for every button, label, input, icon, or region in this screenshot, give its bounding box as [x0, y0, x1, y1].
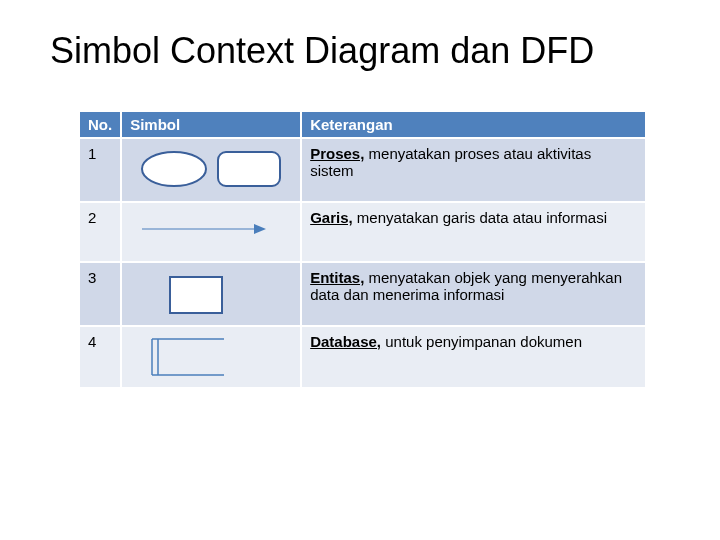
arrow-symbol-icon [138, 219, 288, 249]
cell-no: 1 [80, 138, 121, 202]
desc-rest: menyatakan garis data atau informasi [353, 209, 607, 226]
cell-description: Database, untuk penyimpanan dokumen [301, 326, 645, 388]
cell-description: Proses, menyatakan proses atau aktivitas… [301, 138, 645, 202]
entity-symbol-icon [168, 273, 248, 323]
cell-symbol [121, 202, 301, 262]
database-symbol-icon [146, 335, 236, 383]
table-header-row: No. Simbol Keterangan [80, 112, 645, 138]
cell-symbol [121, 326, 301, 388]
cell-no: 2 [80, 202, 121, 262]
header-no: No. [80, 112, 121, 138]
svg-rect-4 [170, 277, 222, 313]
desc-bold: Entitas, [310, 269, 364, 286]
svg-rect-1 [218, 152, 280, 186]
desc-bold: Proses, [310, 145, 364, 162]
table-row: 3 Entitas, menyatakan objek yang menyera… [80, 262, 645, 326]
cell-symbol [121, 138, 301, 202]
desc-rest: untuk penyimpanan dokumen [381, 333, 582, 350]
cell-description: Entitas, menyatakan objek yang menyerahk… [301, 262, 645, 326]
desc-bold: Database, [310, 333, 381, 350]
slide: Simbol Context Diagram dan DFD No. Simbo… [0, 0, 720, 419]
header-simbol: Simbol [121, 112, 301, 138]
table-row: 2 Garis, menyatakan garis data atau info… [80, 202, 645, 262]
desc-bold: Garis, [310, 209, 353, 226]
cell-no: 3 [80, 262, 121, 326]
process-symbol-icon [138, 149, 288, 199]
svg-point-0 [142, 152, 206, 186]
symbol-table: No. Simbol Keterangan 1 Proses, menyatak… [80, 112, 645, 389]
cell-no: 4 [80, 326, 121, 388]
table-row: 1 Proses, menyatakan proses atau aktivit… [80, 138, 645, 202]
cell-description: Garis, menyatakan garis data atau inform… [301, 202, 645, 262]
cell-symbol [121, 262, 301, 326]
table-row: 4 Database, untuk penyimpanan dokumen [80, 326, 645, 388]
page-title: Simbol Context Diagram dan DFD [50, 30, 680, 72]
header-keterangan: Keterangan [301, 112, 645, 138]
svg-marker-3 [254, 224, 266, 234]
